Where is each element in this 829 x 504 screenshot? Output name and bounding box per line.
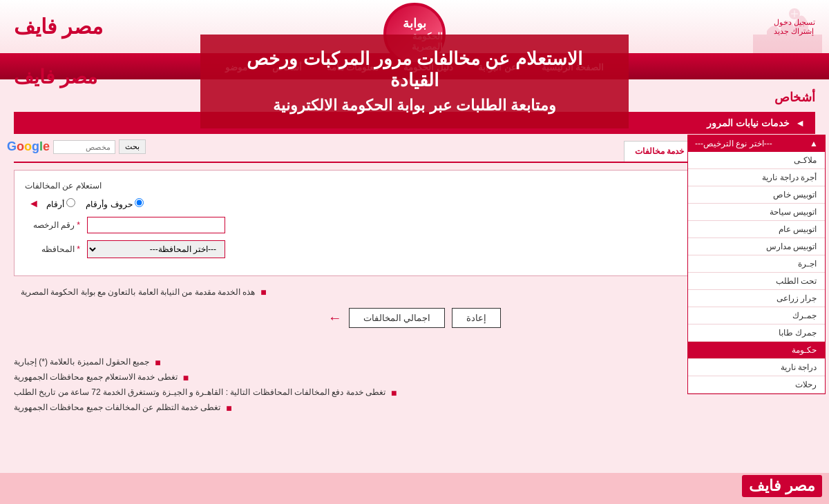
list-icon-4: ■ <box>226 403 231 414</box>
dropdown-item-autobus-khas[interactable]: اتوبيس خاص <box>688 186 825 204</box>
dropdown-header-label: ---اختر نوع الترخيص--- <box>695 139 772 148</box>
list-icon-3: ■ <box>391 387 397 398</box>
dropdown-item-autobus-siyaha[interactable]: اتوبيس سياحة <box>688 204 825 221</box>
dropdown-item-ajra[interactable]: اجـرة <box>688 255 825 273</box>
dropdown-item-jumruk[interactable]: جمـرك <box>688 307 825 324</box>
google-logo: Google <box>7 139 50 154</box>
top-watermark: مصر فايف <box>14 66 97 88</box>
radio-numbers[interactable]: أرقام <box>46 198 75 209</box>
dropdown-item-jumruk-taba[interactable]: جمرك طابا <box>688 324 825 342</box>
main-content: ▲ ---اختر نوع الترخيص--- ملاكـى أجرة درا… <box>0 79 829 473</box>
search-input[interactable] <box>53 140 115 154</box>
dropdown-item-autobus-am[interactable]: اتوبيس عام <box>688 221 825 238</box>
instruction-item-4: ■ تغطى خدمة التظلم عن المخالفات جميع محا… <box>14 400 815 416</box>
dropdown-item-taht-talab[interactable]: تحت الطلب <box>688 273 825 290</box>
license-type-dropdown[interactable]: ▲ ---اختر نوع الترخيص--- ملاكـى أجرة درا… <box>687 135 826 394</box>
logo-main-text: بوابة <box>403 16 426 31</box>
dropdown-item-hukuma[interactable]: حكـومة <box>688 342 825 359</box>
radio-group: حروف وأرقام أرقام <box>46 198 144 209</box>
dropdown-header: ▲ ---اختر نوع الترخيص--- <box>688 135 825 152</box>
info-icon: ■ <box>260 287 266 298</box>
governorate-select[interactable]: ---اختر المحافظة--- <box>87 240 225 258</box>
info-note-text: هذه الخدمة مقدمة من النيابة العامة بالتع… <box>21 287 255 297</box>
search-button[interactable]: بحث <box>119 139 146 154</box>
search-bar: بحث Google <box>7 139 146 154</box>
banner-icon: ◄ <box>795 117 805 128</box>
list-icon-1: ■ <box>155 357 160 368</box>
overlay-banner: الاستعلام عن مخالفات مرور المركبات ورخص … <box>200 35 629 128</box>
license-input[interactable] <box>87 217 225 233</box>
reset-button[interactable]: إعادة <box>452 308 501 328</box>
arrow-indicator: ← <box>328 310 342 326</box>
banner-title: خدمات نيابات المرور <box>707 117 790 128</box>
bottom-watermark: مصر فايف <box>742 475 822 497</box>
governorate-label: * المحافظه <box>25 244 80 254</box>
dropdown-item-rihla[interactable]: رحلات <box>688 376 825 394</box>
brand-name: مصر فايف <box>14 14 103 39</box>
overlay-line1: الاستعلام عن مخالفات مرور المركبات ورخص … <box>228 48 601 91</box>
svg-rect-0 <box>753 35 822 55</box>
dropdown-item-ajra-draj[interactable]: أجرة دراجة نارية <box>688 169 825 186</box>
tab-violations[interactable]: خدمة مخالفات <box>624 141 695 162</box>
list-icon-2: ■ <box>183 372 189 383</box>
dropdown-item-malaky[interactable]: ملاكـى <box>688 152 825 169</box>
radio-required-star: ◄ <box>28 197 39 210</box>
license-label: * رقم الرخصه <box>25 220 80 230</box>
dropdown-item-jarar[interactable]: جرار زراعى <box>688 290 825 307</box>
header-brand: مصر فايف <box>14 14 103 39</box>
dropdown-item-draj-naria[interactable]: دراجة نارية <box>688 359 825 376</box>
radio-letters-numbers[interactable]: حروف وأرقام <box>86 198 144 209</box>
overlay-line2: ومتابعة الطلبات عبر بوابة الحكومة الالكت… <box>228 97 601 115</box>
dropdown-item-autobus-madaris[interactable]: اتوبيس مدارس <box>688 238 825 255</box>
submit-button[interactable]: اجمالي المخالفات <box>349 308 446 328</box>
inquiry-label: استعلام عن المخالفات <box>25 181 102 191</box>
